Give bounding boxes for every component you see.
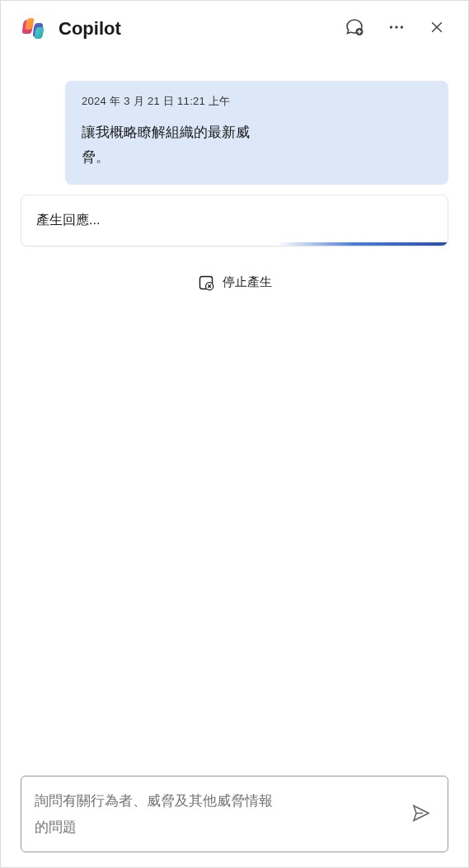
message-text: 讓我概略瞭解組織的最新威脅。 — [82, 120, 255, 170]
svg-point-3 — [401, 26, 403, 28]
response-status-text: 產生回應... — [36, 213, 100, 227]
more-options-button[interactable] — [384, 15, 409, 42]
close-button[interactable] — [425, 16, 448, 41]
chat-plus-icon — [345, 17, 364, 40]
response-status-card: 產生回應... — [21, 195, 448, 246]
message-timestamp: 2024 年 3 月 21 日 11:21 上午 — [82, 94, 432, 109]
send-icon — [411, 803, 431, 825]
input-area — [1, 764, 468, 867]
stop-generating-label: 停止產生 — [223, 274, 272, 290]
header-actions — [341, 14, 448, 43]
stop-generating-button[interactable]: 停止產生 — [188, 270, 282, 296]
close-icon — [429, 19, 445, 38]
chat-area: 2024 年 3 月 21 日 11:21 上午 讓我概略瞭解組織的最新威脅。 … — [1, 54, 468, 764]
send-button[interactable] — [406, 798, 436, 830]
svg-point-1 — [390, 26, 392, 28]
input-box[interactable] — [21, 776, 448, 852]
copilot-logo-icon — [21, 16, 47, 42]
header: Copilot — [1, 1, 468, 54]
prompt-input[interactable] — [35, 788, 282, 840]
new-chat-button[interactable] — [341, 14, 368, 43]
svg-point-2 — [395, 26, 397, 28]
user-message: 2024 年 3 月 21 日 11:21 上午 讓我概略瞭解組織的最新威脅。 — [65, 81, 448, 185]
stop-icon — [198, 274, 214, 291]
header-left: Copilot — [21, 16, 121, 42]
app-title: Copilot — [59, 18, 121, 40]
more-horizontal-icon — [387, 18, 406, 39]
